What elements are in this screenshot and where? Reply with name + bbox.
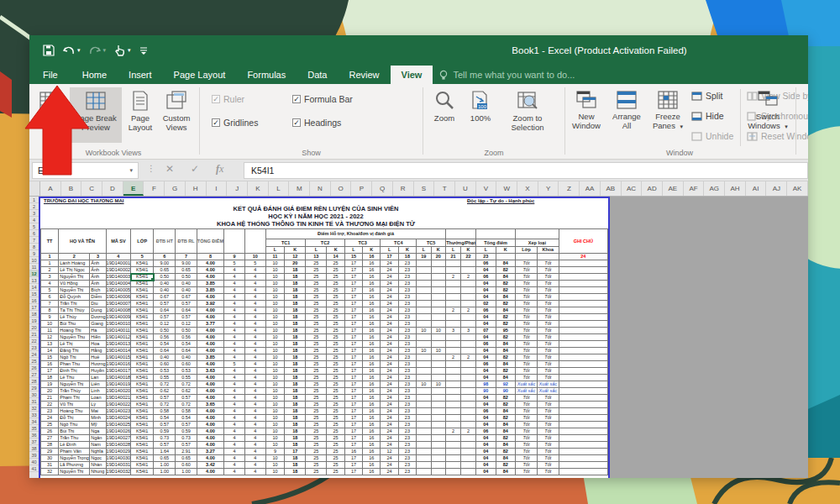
data-cell[interactable]: 10 [265,368,284,375]
data-cell[interactable]: 06 [476,274,496,281]
data-cell[interactable]: Tốt [537,395,559,402]
data-cell[interactable]: 4 [224,381,245,388]
data-cell[interactable]: 26 [41,428,59,435]
data-cell[interactable]: 4 [244,402,265,408]
data-cell[interactable]: 24 [381,422,398,428]
data-cell[interactable]: K54I1 [131,321,154,328]
data-cell[interactable]: 4.00 [197,469,223,475]
data-cell[interactable]: 23 [398,361,416,368]
data-cell[interactable]: K54I1 [131,334,154,341]
data-cell[interactable] [461,449,476,455]
tab-view[interactable]: View [391,66,433,84]
data-cell[interactable]: 25 [327,307,344,314]
data-cell[interactable] [559,462,607,469]
data-cell[interactable] [431,287,446,294]
data-cell[interactable]: Tốt [537,435,559,442]
data-cell[interactable]: K54I1 [131,294,154,301]
data-cell[interactable]: Vũ Hồng [59,281,90,287]
data-cell[interactable]: Linh [90,388,106,395]
data-cell[interactable]: 11 [41,328,59,334]
data-cell[interactable]: 16 [363,449,381,455]
data-cell[interactable]: 24 [381,267,398,274]
data-cell[interactable]: 4 [244,442,265,449]
header-cell[interactable]: Khoa [537,247,559,254]
data-cell[interactable] [559,341,607,348]
data-cell[interactable] [461,260,476,267]
column-header-S[interactable]: S [414,181,435,196]
data-cell[interactable]: 82 [496,435,516,442]
data-cell[interactable]: Tốt [537,341,559,348]
column-header-G[interactable]: G [165,181,186,196]
data-cell[interactable]: 4 [224,368,245,375]
data-cell[interactable]: Giang [90,321,106,328]
data-cell[interactable]: 0.50 [176,274,197,281]
data-cell[interactable]: K54I1 [131,442,154,449]
data-cell[interactable]: 24 [381,388,398,395]
data-cell[interactable]: 18 [285,294,306,301]
data-cell[interactable]: 5 [244,260,265,267]
tell-me-box[interactable]: Tell me what you want to do... [439,66,575,84]
data-cell[interactable]: 23 [398,455,416,462]
data-cell[interactable]: 4 [244,395,265,402]
data-cell[interactable] [431,428,446,435]
header-cell[interactable]: L [417,247,432,254]
data-cell[interactable]: 9.00 [176,260,197,267]
formula-input[interactable]: K54I1 [244,162,808,179]
data-cell[interactable]: 25 [327,354,344,361]
column-number-cell[interactable]: 11 [265,254,284,260]
header-cell[interactable]: TC5 [417,239,446,247]
column-number-cell[interactable]: 12 [285,254,306,260]
data-cell[interactable]: 9 [265,449,284,455]
data-cell[interactable]: 04 [476,415,496,422]
column-header-U[interactable]: U [455,181,476,196]
row-header-10[interactable]: 10 [29,257,39,264]
data-cell[interactable] [417,334,432,341]
data-cell[interactable]: 82 [496,267,516,274]
data-cell[interactable]: 18 [285,354,306,361]
data-cell[interactable]: 25 [306,307,327,314]
data-cell[interactable]: 25 [327,260,344,267]
data-cell[interactable]: 04 [476,281,496,287]
data-cell[interactable]: 0.58 [154,408,176,415]
column-header-J[interactable]: J [227,181,248,196]
data-cell[interactable]: 3.42 [197,462,223,469]
row-header-38[interactable]: 38 [29,445,39,452]
data-cell[interactable]: 25 [306,449,327,455]
data-cell[interactable]: 02 [476,301,496,307]
column-header-AJ[interactable]: AJ [767,181,788,196]
data-cell[interactable]: 5 [224,361,245,368]
data-cell[interactable]: 23 [398,415,416,422]
data-cell[interactable]: 23 [398,469,416,475]
data-cell[interactable]: 0.65 [154,267,176,274]
data-cell[interactable]: 23 [398,260,416,267]
data-cell[interactable]: Trần Thu [59,435,90,442]
data-cell[interactable] [446,314,461,321]
data-cell[interactable]: 17 [344,301,362,307]
data-cell[interactable]: 24 [381,455,398,462]
data-cell[interactable] [559,301,607,307]
data-cell[interactable] [559,381,607,388]
data-cell[interactable]: Tốt [516,267,538,274]
data-cell[interactable]: Tốt [537,422,559,428]
data-cell[interactable] [461,314,476,321]
data-cell[interactable]: 25 [306,328,327,334]
data-cell[interactable]: 17 [344,415,362,422]
data-cell[interactable] [461,408,476,415]
data-cell[interactable] [461,415,476,422]
data-cell[interactable]: 04 [476,348,496,354]
data-cell[interactable]: 19D140021 [106,395,130,402]
tab-data[interactable]: Data [297,66,338,84]
data-cell[interactable]: 4 [244,307,265,314]
name-box[interactable]: E12 ▾ [32,162,139,179]
row-header-30[interactable]: 30 [29,391,39,398]
data-cell[interactable]: 82 [496,321,516,328]
data-cell[interactable]: 24 [381,402,398,408]
data-cell[interactable] [559,375,607,381]
tab-insert[interactable]: Insert [118,66,163,84]
data-cell[interactable] [417,469,432,475]
data-cell[interactable]: 24 [381,321,398,328]
data-cell[interactable] [559,321,607,328]
data-cell[interactable]: 4 [244,341,265,348]
data-cell[interactable]: 24 [381,408,398,415]
data-cell[interactable]: 4.00 [197,395,223,402]
